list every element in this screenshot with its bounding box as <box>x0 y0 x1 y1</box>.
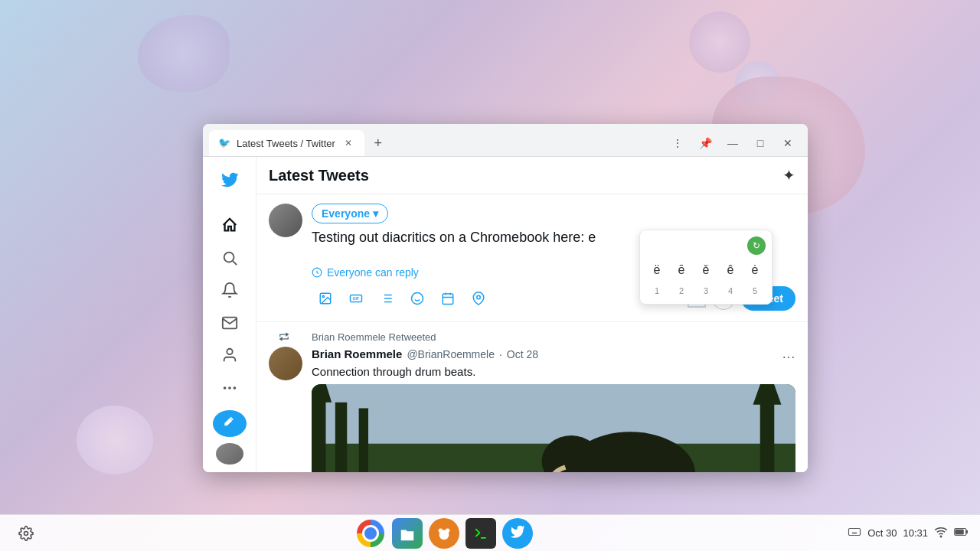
diacritic-num-5: 5 <box>744 284 766 298</box>
tweet-author-name[interactable]: Brian Roemmele <box>312 347 402 360</box>
svg-point-24 <box>477 295 481 299</box>
svg-point-43 <box>445 528 449 533</box>
tweet-more-button[interactable]: … <box>782 346 795 362</box>
taskbar-chrome[interactable] <box>355 518 386 549</box>
diacritic-char-5[interactable]: ė <box>744 259 766 281</box>
taskbar-files[interactable] <box>392 518 423 549</box>
everyone-reply-text: Everyone can reply <box>327 266 419 279</box>
tweet-author-handle: @BrianRoemmele <box>407 348 495 360</box>
svg-point-4 <box>228 386 231 390</box>
minimize-button[interactable]: — <box>722 132 743 154</box>
browser-window: 🐦 Latest Tweets / Twitter ✕ + ⋮ 📌 — □ ✕ <box>203 124 808 472</box>
tab-title: Latest Tweets / Twitter <box>237 138 335 149</box>
tweet-header: Brian Roemmele @BrianRoemmele · Oct 28 … <box>312 346 795 362</box>
retweet-label-text: Brian Roemmele Retweeted <box>312 331 436 343</box>
svg-point-42 <box>438 528 443 533</box>
taskbar-apps <box>40 518 848 549</box>
close-button[interactable]: ✕ <box>777 132 799 154</box>
active-tab[interactable]: 🐦 Latest Tweets / Twitter ✕ <box>209 130 364 156</box>
diacritic-num-3: 3 <box>695 284 717 298</box>
diacritic-char-1[interactable]: ë <box>646 259 668 281</box>
taskbar-settings-icon[interactable] <box>12 520 40 547</box>
twitter-main: Latest Tweets ✦ Everyone ▾ Testi <box>256 157 808 472</box>
svg-rect-54 <box>966 530 968 534</box>
battery-icon <box>954 527 968 539</box>
svg-point-3 <box>223 386 226 390</box>
taskbar: Oct 30 10:31 <box>0 514 980 551</box>
sidebar-item-home[interactable] <box>213 212 247 239</box>
taskbar-twitter[interactable] <box>502 518 533 549</box>
svg-point-17 <box>412 293 423 305</box>
compose-input-row: Testing out diacritics on a Chromebook h… <box>312 230 795 260</box>
svg-line-1 <box>233 261 237 265</box>
retweet-icon <box>279 331 289 342</box>
tab-close-button[interactable]: ✕ <box>341 136 355 150</box>
location-button[interactable] <box>465 285 492 312</box>
tweet-image-content <box>312 384 795 472</box>
svg-point-40 <box>24 531 28 535</box>
diacritics-header: ↻ <box>646 236 766 255</box>
sidebar-item-profile[interactable] <box>213 342 247 369</box>
blob-decoration-5 <box>77 406 153 474</box>
tweet-item: Brian Roemmele Retweeted Brian Roemmele … <box>256 322 808 472</box>
sidebar-item-search[interactable] <box>213 245 247 272</box>
svg-text:GIF: GIF <box>353 296 361 301</box>
svg-rect-45 <box>849 529 861 536</box>
sidebar-item-messages[interactable] <box>213 310 247 337</box>
tweet-separator: · <box>499 348 502 360</box>
svg-rect-27 <box>312 384 795 444</box>
new-tab-button[interactable]: + <box>368 132 389 154</box>
svg-rect-20 <box>443 294 453 305</box>
audience-label: Everyone <box>322 207 370 220</box>
diacritic-num-4: 4 <box>720 284 741 298</box>
keyboard-icon[interactable] <box>848 525 861 541</box>
diacritic-num-1: 1 <box>646 284 668 298</box>
tweet-author-avatar[interactable] <box>269 347 302 380</box>
gif-button[interactable]: GIF <box>342 285 370 312</box>
taskbar-date: Oct 30 <box>867 527 897 539</box>
retweet-label: Brian Roemmele Retweeted <box>312 331 795 343</box>
image-upload-button[interactable] <box>312 285 339 312</box>
browser-chrome: 🐦 Latest Tweets / Twitter ✕ + ⋮ 📌 — □ ✕ <box>203 124 808 157</box>
sparkle-icon[interactable]: ✦ <box>782 166 795 184</box>
sidebar-item-notifications[interactable] <box>213 277 247 304</box>
browser-menu-button[interactable]: ⋮ <box>667 132 688 154</box>
wifi-icon[interactable] <box>934 525 948 541</box>
taskbar-terminal[interactable] <box>466 518 496 549</box>
taskbar-status: Oct 30 10:31 <box>848 525 968 541</box>
svg-point-0 <box>224 252 234 262</box>
diacritics-nums: 1 2 3 4 5 <box>646 284 766 298</box>
schedule-button[interactable] <box>434 285 462 312</box>
taskbar-time: 10:31 <box>903 527 928 539</box>
tweet-image <box>312 384 795 472</box>
diacritic-char-3[interactable]: ě <box>695 259 717 281</box>
tweet-author-info: Brian Roemmele @BrianRoemmele · Oct 28 <box>312 347 538 360</box>
browser-tabs: 🐦 Latest Tweets / Twitter ✕ + ⋮ 📌 — □ ✕ <box>203 124 808 156</box>
svg-rect-28 <box>312 390 325 472</box>
poll-button[interactable] <box>373 285 400 312</box>
maximize-button[interactable]: □ <box>750 132 771 154</box>
emoji-button[interactable] <box>403 285 431 312</box>
svg-point-51 <box>940 536 942 537</box>
sidebar-item-more[interactable] <box>213 375 247 402</box>
tweet-date: Oct 28 <box>507 348 538 360</box>
twitter-feed-header: Latest Tweets ✦ <box>256 157 808 194</box>
tweet-content: Brian Roemmele Retweeted Brian Roemmele … <box>312 331 795 472</box>
sidebar-user-avatar[interactable] <box>216 443 243 465</box>
diacritics-popup: ↻ ë ē ě ê ė 1 <box>639 230 773 305</box>
audience-dropdown-icon: ▾ <box>373 207 378 220</box>
pin-button[interactable]: 📌 <box>694 132 716 154</box>
diacritics-refresh-button[interactable]: ↻ <box>747 236 766 255</box>
audience-selector[interactable]: Everyone ▾ <box>312 204 388 223</box>
twitter-logo[interactable] <box>214 165 245 200</box>
browser-content: Latest Tweets ✦ Everyone ▾ Testi <box>203 157 808 472</box>
taskbar-bear-app[interactable] <box>429 518 459 549</box>
diacritic-char-4[interactable]: ê <box>720 259 741 281</box>
taskbar-left <box>12 520 40 547</box>
compose-area: Everyone ▾ Testing out diacritics on a C… <box>256 194 808 322</box>
compose-button[interactable] <box>213 410 247 437</box>
svg-rect-32 <box>760 396 774 472</box>
tab-favicon: 🐦 <box>218 137 230 149</box>
diacritic-char-2[interactable]: ē <box>671 259 692 281</box>
compose-user-avatar <box>269 204 302 237</box>
